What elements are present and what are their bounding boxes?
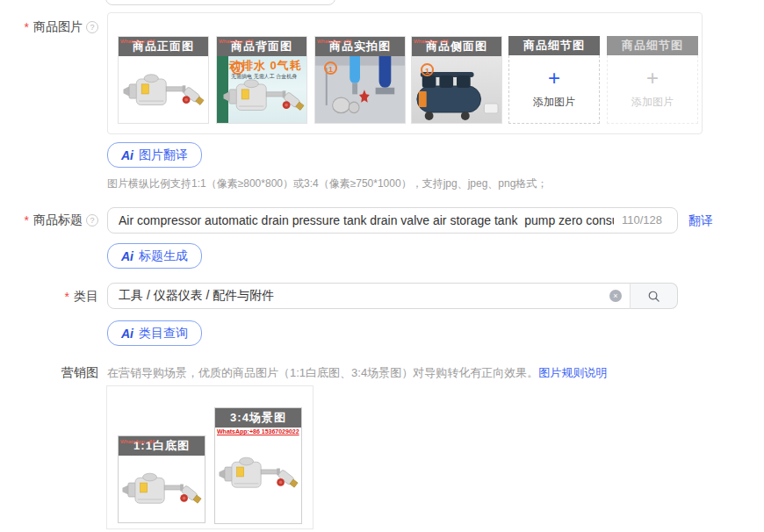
search-icon xyxy=(647,290,660,303)
drain-valve-product-image xyxy=(122,67,206,116)
callout-badge-icon: 1 xyxy=(324,61,337,75)
image-caption: 商品细节图 xyxy=(508,36,600,55)
truncated-input-above[interactable] xyxy=(105,0,335,5)
ai-title-generate-button[interactable]: Ai 标题生成 xyxy=(107,243,202,269)
ai-image-translate-button[interactable]: Ai 图片翻译 xyxy=(107,142,202,168)
ai-logo-icon: Ai xyxy=(121,148,133,162)
product-edit-form: * 商品图片 ? WhatsApp:+86 15367029022 商品正面图 … xyxy=(0,0,764,532)
marketing-description: 在营销导购场景，优质的商品图片（1:1白底图、3:4场景图）对导购转化有正向效果… xyxy=(107,365,607,381)
product-image-side[interactable]: WhatsApp:+86 15367029022 商品侧面图 1 xyxy=(411,36,502,124)
product-title-label-text: 商品标题 xyxy=(33,212,83,228)
product-image-realshot[interactable]: WhatsApp:+86 15367029022 商品实拍图 1 xyxy=(314,36,406,124)
required-asterisk: * xyxy=(65,290,69,304)
watermark-text: WhatsApp:+86 15367029022 xyxy=(120,39,157,44)
help-icon[interactable]: ? xyxy=(86,214,98,226)
category-field: × xyxy=(107,283,631,309)
ai-title-generate-label: 标题生成 xyxy=(139,248,188,264)
callout-badge-icon: 1 xyxy=(421,63,434,76)
plus-icon: + xyxy=(548,68,560,88)
drain-valve-product-image xyxy=(218,450,300,498)
drain-valve-product-image xyxy=(121,466,204,514)
add-image-label: 添加图片 xyxy=(533,95,575,110)
help-icon[interactable]: ? xyxy=(86,21,98,33)
required-asterisk: * xyxy=(25,20,29,34)
marketing-image-1x1[interactable]: WhatsApp:+86 15367029022 1:1白底图 xyxy=(118,435,205,523)
ai-image-translate-label: 图片翻译 xyxy=(139,147,188,163)
category-input[interactable] xyxy=(107,283,631,309)
image-caption: 3:4场景图 xyxy=(215,408,301,428)
add-detail-image-cell-disabled: 商品细节图 + 添加图片 xyxy=(607,36,698,124)
image-caption: 商品细节图 xyxy=(607,36,698,55)
category-search-button[interactable] xyxy=(630,283,678,309)
image-requirements-hint: 图片横纵比例支持1:1（像素≥800*800）或3:4（像素≥750*1000）… xyxy=(107,176,547,191)
product-images-label-text: 商品图片 xyxy=(33,19,83,35)
translate-link[interactable]: 翻译 xyxy=(688,213,713,229)
required-asterisk: * xyxy=(25,213,29,227)
ai-category-query-label: 类目查询 xyxy=(139,326,188,341)
watermark-text: WhatsApp:+86 15367029022 xyxy=(414,39,450,44)
char-counter: 110/128 xyxy=(622,213,662,226)
marketing-label-text: 营销图 xyxy=(61,365,98,381)
drain-valve-product-image xyxy=(222,72,306,121)
marketing-images-panel: WhatsApp:+86 15367029022 1:1白底图 3:4场景图 W… xyxy=(106,385,314,529)
product-title-label: * 商品标题 ? xyxy=(0,212,98,228)
add-detail-image-cell[interactable]: 商品细节图 + 添加图片 xyxy=(508,36,600,124)
product-images-panel: WhatsApp:+86 15367029022 商品正面图 WhatsApp:… xyxy=(107,12,703,134)
image-rules-link[interactable]: 图片规则说明 xyxy=(538,366,607,379)
category-label: * 类目 xyxy=(0,289,98,305)
product-title-field: 110/128 xyxy=(107,207,678,234)
add-image-dropzone-disabled: + 添加图片 xyxy=(607,55,698,124)
add-image-dropzone[interactable]: + 添加图片 xyxy=(508,55,600,124)
ai-logo-icon: Ai xyxy=(121,249,133,263)
product-title-input[interactable] xyxy=(107,207,678,234)
watermark-text: WhatsApp:+86 15367029022 xyxy=(317,39,354,44)
product-images-label: * 商品图片 ? xyxy=(0,19,98,35)
ai-logo-icon: Ai xyxy=(121,327,133,341)
ai-category-query-button[interactable]: Ai 类目查询 xyxy=(107,320,202,346)
marketing-image-3x4[interactable]: 3:4场景图 WhatsApp:+86 15367029022 xyxy=(214,407,302,524)
clear-icon[interactable]: × xyxy=(609,290,622,302)
watermark-text: WhatsApp:+86 15367029022 xyxy=(219,39,256,44)
add-image-label: 添加图片 xyxy=(631,95,674,110)
product-image-front[interactable]: WhatsApp:+86 15367029022 商品正面图 xyxy=(118,36,209,124)
marketing-description-text: 在营销导购场景，优质的商品图片（1:1白底图、3:4场景图）对导购转化有正向效果… xyxy=(107,366,538,379)
callout-badge-icon: 1 xyxy=(231,61,244,75)
marketing-label: 营销图 xyxy=(0,365,98,381)
product-image-back[interactable]: WhatsApp:+86 15367029022 商品背面图 动排水 0气耗 无… xyxy=(216,36,307,124)
plus-icon: + xyxy=(646,68,659,88)
category-label-text: 类目 xyxy=(74,289,98,305)
watermark-text: WhatsApp:+86 15367029022 xyxy=(217,428,299,435)
watermark-text: WhatsApp:+86 15367029022 xyxy=(120,439,157,444)
